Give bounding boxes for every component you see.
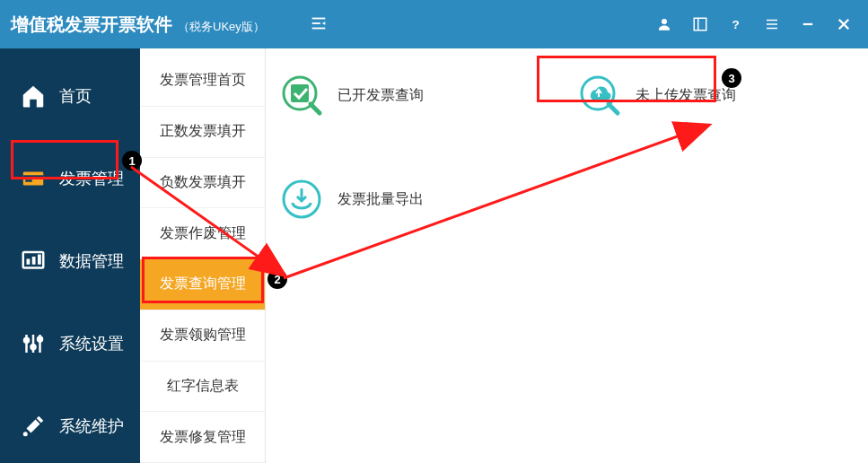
submenu-label: 负数发票填开 <box>160 173 246 192</box>
sidebar-primary: 首页 发票管理 数据管理 系统设置 <box>0 48 140 463</box>
svg-rect-15 <box>32 257 36 265</box>
submenu-label: 发票查询管理 <box>160 275 246 293</box>
tile-batch-export[interactable]: 发票批量导出 <box>275 174 472 224</box>
sidebar-item-label: 数据管理 <box>59 250 124 272</box>
sidebar-item-data[interactable]: 数据管理 <box>0 235 140 287</box>
sidebar-item-maint[interactable]: 系统维护 <box>0 400 140 452</box>
collapse-toggle[interactable] <box>309 13 330 35</box>
submenu-label: 发票修复管理 <box>160 428 246 447</box>
export-icon <box>280 178 323 221</box>
close-icon[interactable] <box>836 16 852 32</box>
svg-rect-11 <box>23 175 44 178</box>
sidebar-item-invoice[interactable]: 发票管理 <box>0 153 140 205</box>
svg-rect-16 <box>38 255 41 265</box>
tile-label: 已开发票查询 <box>338 86 424 105</box>
sidebar-item-label: 发票管理 <box>59 168 124 189</box>
submenu-item-query[interactable]: 发票查询管理 <box>140 259 265 310</box>
submenu-label: 红字信息表 <box>167 377 239 396</box>
sidebar-item-settings[interactable]: 系统设置 <box>0 318 140 370</box>
svg-point-0 <box>662 19 667 24</box>
tile-unupload-query[interactable]: 未上传发票查询 <box>573 70 741 120</box>
svg-rect-1 <box>694 18 706 31</box>
submenu-item-purchase[interactable]: 发票领购管理 <box>140 310 265 362</box>
submenu-item-home[interactable]: 发票管理首页 <box>140 56 265 107</box>
sidebar-item-home[interactable]: 首页 <box>0 70 140 122</box>
content-area: 已开发票查询 未上传发票查询 发票批量导出 <box>266 48 868 463</box>
help-icon[interactable]: ? <box>728 16 744 32</box>
maint-icon <box>20 413 47 440</box>
submenu-item-red[interactable]: 红字信息表 <box>140 362 265 413</box>
svg-rect-10 <box>23 172 44 186</box>
app-title: 增值税发票开票软件 <box>11 13 172 37</box>
submenu-label: 正数发票填开 <box>160 122 246 141</box>
submenu-item-void[interactable]: 发票作废管理 <box>140 208 265 259</box>
user-icon[interactable] <box>656 16 672 32</box>
sidebar-item-label: 系统设置 <box>59 333 124 354</box>
svg-point-22 <box>38 337 42 342</box>
submenu-item-repair[interactable]: 发票修复管理 <box>140 412 265 463</box>
cloud-icon <box>578 74 621 117</box>
svg-rect-14 <box>27 259 31 265</box>
sidebar-secondary: 发票管理首页 正数发票填开 负数发票填开 发票作废管理 发票查询管理 发票领购管… <box>140 48 266 463</box>
submenu-item-positive[interactable]: 正数发票填开 <box>140 107 265 158</box>
svg-rect-25 <box>291 84 309 102</box>
sidebar-item-label: 系统维护 <box>59 415 124 437</box>
layout-icon[interactable] <box>692 16 708 32</box>
submenu-label: 发票领购管理 <box>160 326 246 345</box>
app-subtitle: （税务UKey版） <box>178 19 265 35</box>
submenu-item-negative[interactable]: 负数发票填开 <box>140 158 265 209</box>
svg-line-26 <box>311 104 320 113</box>
settings-icon <box>20 330 47 357</box>
svg-point-23 <box>23 432 28 436</box>
home-icon <box>20 83 47 109</box>
tile-issued-query[interactable]: 已开发票查询 <box>275 70 429 120</box>
svg-text:?: ? <box>732 18 740 31</box>
submenu-label: 发票管理首页 <box>160 71 246 90</box>
sidebar-item-label: 首页 <box>59 85 92 107</box>
check-icon <box>280 74 323 117</box>
data-icon <box>20 248 47 275</box>
menu-icon[interactable] <box>764 16 780 32</box>
minimize-icon[interactable] <box>800 16 816 32</box>
invoice-icon <box>20 165 47 192</box>
titlebar: 增值税发票开票软件 （税务UKey版） ? <box>0 0 868 48</box>
svg-point-20 <box>31 345 36 349</box>
svg-point-18 <box>24 338 29 343</box>
svg-rect-12 <box>25 179 32 182</box>
submenu-label: 发票作废管理 <box>160 224 246 243</box>
svg-line-28 <box>609 104 618 113</box>
tile-label: 未上传发票查询 <box>636 86 736 105</box>
tile-label: 发票批量导出 <box>338 190 424 209</box>
